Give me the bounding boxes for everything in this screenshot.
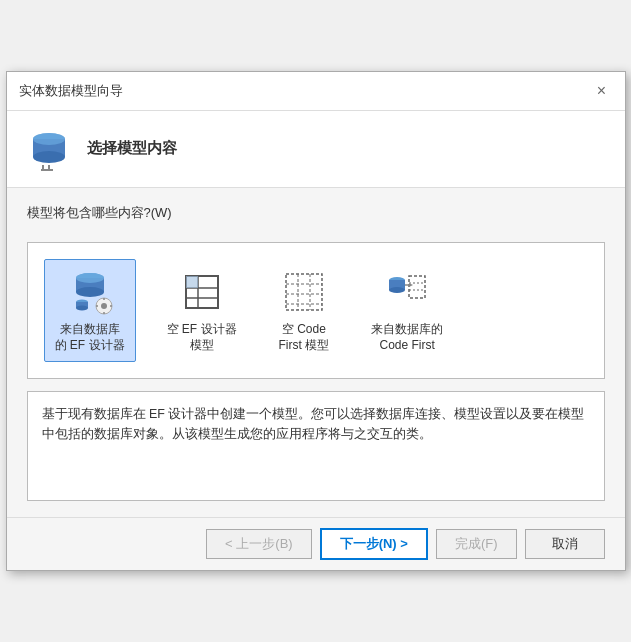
dialog-title: 实体数据模型向导 [19,82,123,100]
svg-point-10 [76,273,104,283]
database-icon [27,127,71,171]
option-ef-empty-label: 空 EF 设计器模型 [167,322,237,353]
ef-empty-icon [178,268,226,316]
option-code-first-empty-label: 空 CodeFirst 模型 [279,322,330,353]
svg-point-19 [76,305,88,310]
title-bar: 实体数据模型向导 × [7,72,625,111]
svg-point-12 [101,303,107,309]
svg-rect-25 [286,274,322,310]
svg-point-9 [76,287,104,297]
cancel-button[interactable]: 取消 [525,529,605,559]
svg-point-2 [33,151,65,163]
svg-point-33 [389,287,405,293]
main-content: 模型将包含哪些内容?(W) [7,188,625,517]
svg-rect-24 [186,276,198,288]
option-ef-from-db-label: 来自数据库的 EF 设计器 [55,322,125,353]
svg-point-3 [33,133,65,145]
option-code-first-db-label: 来自数据库的Code First [371,322,443,353]
header-section: 选择模型内容 [7,111,625,188]
description-text: 基于现有数据库在 EF 设计器中创建一个模型。您可以选择数据库连接、模型设置以及… [27,391,605,501]
next-button[interactable]: 下一步(N) > [320,528,428,560]
prev-button[interactable]: < 上一步(B) [206,529,312,559]
option-ef-from-db[interactable]: 来自数据库的 EF 设计器 [44,259,136,362]
wizard-step-title: 选择模型内容 [87,139,177,158]
entity-model-wizard-dialog: 实体数据模型向导 × 选择模型内容 模型将包含哪些内容?(W) [6,71,626,571]
db-icon-svg [27,127,71,171]
ef-db-icon [66,268,114,316]
option-code-first-db[interactable]: 来自数据库的Code First [360,259,454,362]
option-ef-empty[interactable]: 空 EF 设计器模型 [156,259,248,362]
dialog-footer: < 上一步(B) 下一步(N) > 完成(F) 取消 [7,517,625,570]
svg-marker-38 [409,283,413,287]
finish-button[interactable]: 完成(F) [436,529,517,559]
db-code-icon [383,268,431,316]
section-label: 模型将包含哪些内容?(W) [27,204,605,222]
code-first-empty-icon [280,268,328,316]
svg-rect-34 [409,276,425,298]
option-code-first-empty[interactable]: 空 CodeFirst 模型 [268,259,341,362]
close-button[interactable]: × [591,80,613,102]
svg-rect-6 [41,169,53,171]
model-options-container: 来自数据库的 EF 设计器 空 EF 设计器模型 [27,242,605,379]
